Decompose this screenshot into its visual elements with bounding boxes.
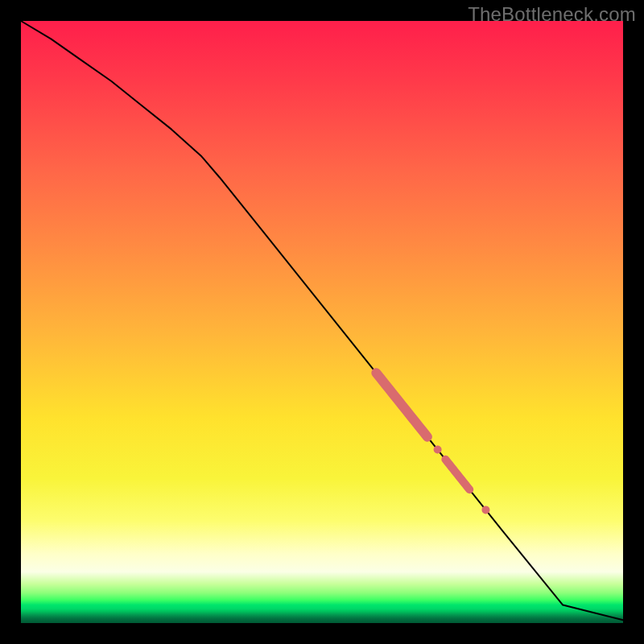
chart-stage: TheBottleneck.com: [0, 0, 644, 644]
plot-area: [21, 21, 623, 623]
